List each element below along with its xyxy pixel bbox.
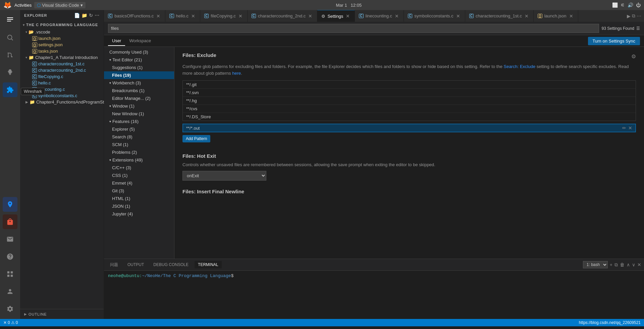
vscode-folder[interactable]: ▾ 📂 .vscode: [20, 29, 104, 35]
activity-icon-store[interactable]: [3, 214, 17, 229]
activity-icon-wireshark[interactable]: [3, 197, 17, 212]
nav-git[interactable]: Git (3): [104, 187, 174, 195]
tab-close-icon[interactable]: ✕: [191, 13, 196, 19]
terminal-add-icon[interactable]: +: [610, 262, 612, 267]
tab-hello[interactable]: C hello.c ✕: [165, 10, 200, 22]
terminal-min-icon[interactable]: ∧: [627, 262, 630, 267]
terminal-tab-debug[interactable]: DEBUG CONSOLE: [150, 261, 192, 268]
activity-icon-mail[interactable]: [3, 232, 17, 247]
settings-search-input[interactable]: [108, 24, 599, 33]
tab-filecopying[interactable]: C fileCopying.c ✕: [200, 10, 248, 22]
tab-charactercounting2nd[interactable]: C charactercounting_2nd.c ✕: [248, 10, 318, 22]
nav-scm[interactable]: SCM (1): [104, 141, 174, 148]
filecopying[interactable]: C fileCopying.c: [20, 73, 104, 80]
status-link[interactable]: https://blog.csdn.net/qq_22609521: [579, 320, 641, 325]
activity-icon-account[interactable]: [3, 284, 17, 299]
nav-explorer[interactable]: Explorer (5): [104, 125, 174, 133]
nav-commonly-used[interactable]: Commonly Used (3): [104, 48, 174, 56]
activity-icon-settings[interactable]: [3, 302, 17, 316]
hello-c[interactable]: C hello.c: [20, 80, 104, 86]
terminal-shell-select[interactable]: 1: bash: [583, 261, 608, 268]
nav-new-window[interactable]: New Window (1): [104, 110, 174, 118]
split-editor-icon[interactable]: ⧉: [632, 13, 635, 19]
more-actions-icon[interactable]: ⋯: [637, 13, 641, 19]
tab-charactercounting1st[interactable]: C charactercounting_1st.c ✕: [465, 10, 534, 22]
outline-section[interactable]: ▶ OUTLINE: [20, 309, 104, 319]
tab-basicsoffunctions[interactable]: C basicsOfFunctions.c ✕: [104, 10, 165, 22]
settings-gear-icon[interactable]: ⚙: [631, 53, 636, 60]
refresh-icon[interactable]: ↻: [89, 13, 93, 18]
search-exclude-link[interactable]: Search: Exclude: [503, 64, 536, 69]
activity-icon-search[interactable]: [3, 30, 17, 45]
error-count[interactable]: ✕ 0 ⚠ 0: [3, 320, 18, 325]
nav-breadcrumbs[interactable]: Breadcrumbs (1): [104, 87, 174, 94]
charactercounting-2nd[interactable]: C charactercounting_2nd.c: [20, 67, 104, 73]
tab-settings[interactable]: ⚙ Settings ✕: [317, 10, 355, 22]
settings-workspace-tab[interactable]: Workspace: [125, 36, 155, 46]
nav-editor-manage[interactable]: Editor Manage... (2): [104, 94, 174, 102]
nav-window[interactable]: ▾ Window (1): [104, 102, 174, 110]
tab-symbolicconstants[interactable]: C symbolicconstants.c ✕: [404, 10, 465, 22]
terminal-tab-terminal[interactable]: TERMINAL: [195, 261, 222, 268]
vscode-app-indicator[interactable]: ⬡ Visual Studio Code ▾: [34, 2, 85, 8]
activity-icon-explorer[interactable]: [3, 13, 17, 27]
nav-emmet[interactable]: Emmet (4): [104, 179, 174, 187]
activity-icon-extensions[interactable]: [3, 82, 17, 97]
linecounting[interactable]: C linecounting.c: [20, 86, 104, 92]
charactercounting-1st[interactable]: C charactercounting_1st.c: [20, 61, 104, 67]
settings-json[interactable]: {} settings.json: [20, 42, 104, 48]
nav-css[interactable]: CSS (1): [104, 172, 174, 179]
nav-extensions[interactable]: ▾ Extensions (49): [104, 156, 174, 164]
tasks-json[interactable]: {} tasks.json: [20, 48, 104, 54]
activity-icon-help[interactable]: [3, 249, 17, 264]
new-folder-icon[interactable]: 📁: [82, 13, 88, 18]
launch-json[interactable]: {} launch.json: [20, 35, 104, 42]
tab-linecounting[interactable]: C linecounting.c ✕: [355, 10, 404, 22]
root-folder[interactable]: ▾ THE C PROGRAMMING LANGUAGE: [20, 21, 104, 29]
nav-search[interactable]: Search (8): [104, 133, 174, 141]
nav-features[interactable]: ▾ Features (16): [104, 118, 174, 125]
tab-close-icon[interactable]: ✕: [524, 13, 529, 19]
nav-workbench[interactable]: ▾ Workbench (3): [104, 79, 174, 87]
nav-cpp[interactable]: C/C++ (3): [104, 164, 174, 172]
nav-suggestions[interactable]: Suggestions (1): [104, 64, 174, 71]
terminal-tab-problems[interactable]: 问题: [107, 261, 121, 269]
new-file-icon[interactable]: 📄: [74, 13, 80, 18]
chapter1-folder[interactable]: ▾ 📁 Chapter1_A Tutorial Introduction: [20, 54, 104, 61]
edit-icon[interactable]: ✏: [622, 125, 626, 131]
terminal-close-icon[interactable]: ✕: [637, 262, 641, 267]
terminal-trash-icon[interactable]: 🗑: [620, 262, 625, 267]
hot-exit-select[interactable]: onExit off onExitAndWindowClose: [182, 171, 266, 181]
activities-label[interactable]: Activities: [14, 3, 32, 8]
tab-close-icon[interactable]: ✕: [455, 13, 461, 19]
activity-icon-apps[interactable]: [3, 267, 17, 281]
collapse-all-icon[interactable]: ⋯: [95, 13, 100, 18]
filter-icon[interactable]: ☰: [636, 26, 640, 31]
run-icon[interactable]: ▶: [627, 13, 631, 19]
nav-json[interactable]: JSON (1): [104, 202, 174, 210]
settings-user-tab[interactable]: User: [108, 36, 125, 46]
nav-problems[interactable]: Problems (2): [104, 148, 174, 156]
chapter4-folder[interactable]: ▶ 📁 Chapter4_FunctionsAndProgramStru...: [20, 99, 104, 105]
exclude-input[interactable]: [186, 126, 620, 131]
nav-jupyter[interactable]: Jupyter (4): [104, 210, 174, 218]
terminal-max-icon[interactable]: ∨: [632, 262, 635, 267]
firefox-icon[interactable]: 🦊: [3, 1, 12, 9]
tab-close-icon[interactable]: ✕: [569, 13, 574, 19]
tab-close-icon[interactable]: ✕: [394, 13, 399, 19]
tab-launch-json[interactable]: {} launch.json ✕: [534, 10, 578, 22]
terminal-tab-output[interactable]: OUTPUT: [124, 261, 147, 268]
nav-files[interactable]: Files (19): [104, 71, 174, 79]
turn-on-sync-button[interactable]: Turn on Settings Sync: [588, 37, 640, 45]
here-link[interactable]: here: [232, 71, 241, 76]
nav-text-editor[interactable]: ▾ Text Editor (21): [104, 56, 174, 64]
activity-icon-debug[interactable]: [3, 65, 17, 80]
symbolicconstants[interactable]: C symbolicconstants.c: [20, 92, 104, 99]
add-pattern-button[interactable]: Add Pattern: [182, 135, 210, 142]
tab-close-icon[interactable]: ✕: [156, 13, 161, 19]
terminal-split-icon[interactable]: ⧉: [614, 262, 618, 268]
tab-close-icon[interactable]: ✕: [238, 13, 243, 19]
activity-icon-git[interactable]: [3, 48, 17, 62]
tab-close-icon[interactable]: ✕: [308, 13, 313, 19]
tab-close-icon[interactable]: ✕: [345, 13, 351, 19]
